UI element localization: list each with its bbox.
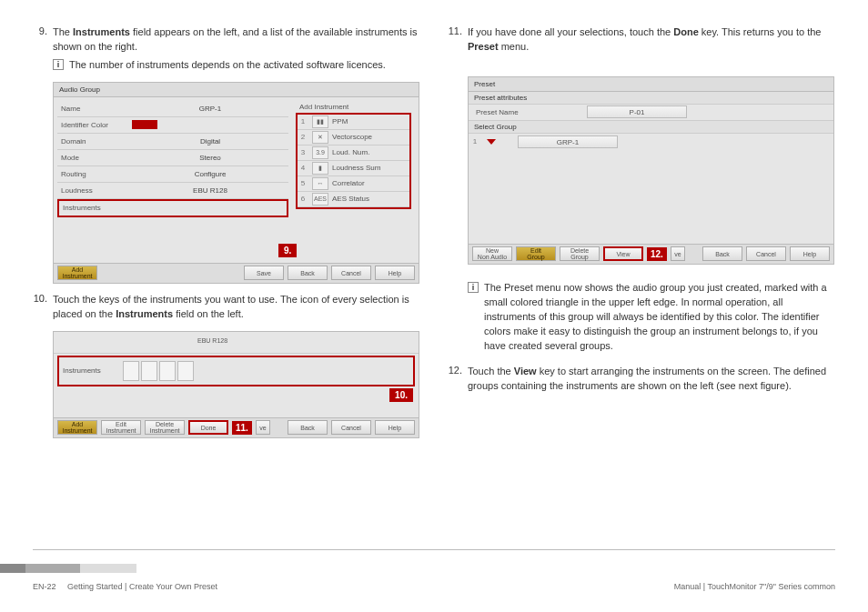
panel-subtitle: Preset attributes — [469, 92, 833, 105]
step-number: 12. — [448, 365, 468, 394]
step-11: 11. If you have done all your selections… — [448, 25, 835, 55]
back-button[interactable]: Back — [288, 266, 328, 280]
step-text: The Instruments field appears on the lef… — [53, 25, 420, 55]
instrument-item[interactable]: 1▮▮PPM — [298, 115, 409, 130]
note-12: i The Preset menu now shows the audio gr… — [468, 281, 835, 354]
step-number: 10. — [33, 293, 53, 322]
cancel-button[interactable]: Cancel — [331, 266, 371, 280]
partial-button[interactable]: ve — [671, 246, 685, 261]
note-text: The number of instruments depends on the… — [69, 58, 420, 73]
manual-title: Manual | TouchMonitor 7"/9" Series commo… — [674, 582, 835, 591]
step-text: Touch the keys of the instruments you wa… — [53, 293, 420, 322]
step-number: 11. — [448, 25, 468, 55]
page-footer: EN-22 Getting Started | Create Your Own … — [33, 582, 835, 591]
button-row: Add Instrument Save Back Cancel Help — [54, 263, 419, 283]
help-button[interactable]: Help — [790, 246, 830, 261]
button-row: Add Instrument Edit Instrument Delete In… — [54, 417, 419, 437]
back-button[interactable]: Back — [288, 420, 328, 435]
help-button[interactable]: Help — [375, 420, 415, 435]
add-instrument-button[interactable]: Add Instrument — [57, 420, 97, 435]
callout-10: 10. — [389, 388, 413, 402]
view-button[interactable]: View — [603, 246, 643, 261]
callout-11: 11. — [232, 421, 252, 435]
step-number: 9. — [33, 25, 53, 55]
save-button[interactable]: Save — [244, 266, 284, 280]
mini-icon — [141, 361, 157, 381]
delete-group-button[interactable]: Delete Group — [560, 246, 600, 261]
audio-group-fields: NameGRP-1 Identifier Color DomainDigital… — [54, 97, 292, 261]
note-text: The Preset menu now shows the audio grou… — [484, 281, 835, 354]
instrument-item[interactable]: 5↔Correlator — [298, 176, 409, 192]
loudsum-icon: ▮ — [312, 162, 328, 175]
back-button[interactable]: Back — [702, 246, 742, 261]
instrument-item[interactable]: 2✕Vectorscope — [298, 130, 409, 145]
edit-group-button[interactable]: Edit Group — [516, 246, 556, 261]
step-text: Touch the View key to start arranging th… — [468, 365, 835, 394]
left-column: 9. The Instruments field appears on the … — [33, 25, 420, 447]
note-9: i The number of instruments depends on t… — [53, 58, 420, 73]
instrument-item[interactable]: 4▮Loudness Sum — [298, 161, 409, 176]
page-number: EN-22 — [33, 582, 56, 591]
info-icon: i — [53, 59, 64, 70]
help-button[interactable]: Help — [375, 266, 415, 280]
footer-divider — [33, 549, 835, 550]
step-10: 10. Touch the keys of the instruments yo… — [33, 293, 420, 322]
figure-instruments-selected: EBU R128 Instruments 10. Add Instrument … — [53, 331, 419, 438]
panel-title: Preset — [469, 77, 833, 92]
instruments-row[interactable]: Instruments — [57, 356, 415, 386]
panel-title: Audio Group — [54, 83, 419, 97]
correlator-icon: ↔ — [312, 177, 328, 190]
mini-icon — [123, 361, 139, 381]
group-row[interactable]: 1 GRP-1 — [469, 134, 833, 150]
instrument-item[interactable]: 6AESAES Status — [298, 192, 409, 207]
add-instrument-button[interactable]: Add Instrument — [57, 266, 97, 280]
callout-9: 9. — [278, 244, 297, 257]
figure-preset: Preset Preset attributes Preset Name P-0… — [468, 76, 834, 265]
add-instrument-panel: Add Instrument 1▮▮PPM 2✕Vectorscope 33.9… — [292, 97, 415, 261]
loudnum-icon: 3.9 — [312, 146, 328, 159]
done-button[interactable]: Done — [188, 420, 228, 435]
instrument-list: 1▮▮PPM 2✕Vectorscope 33.9Loud. Num. 4▮Lo… — [296, 113, 411, 209]
aes-icon: AES — [312, 193, 328, 206]
delete-instrument-button[interactable]: Delete Instrument — [145, 420, 185, 435]
cancel-button[interactable]: Cancel — [746, 246, 786, 261]
callout-12: 12. — [647, 247, 667, 261]
triangle-icon — [487, 139, 496, 145]
cancel-button[interactable]: Cancel — [331, 420, 371, 435]
step-9: 9. The Instruments field appears on the … — [33, 25, 420, 55]
mini-icon — [159, 361, 176, 381]
step-text: If you have done all your selections, to… — [468, 25, 835, 55]
ppm-icon: ▮▮ — [312, 115, 328, 128]
partial-button[interactable]: ve — [256, 420, 270, 435]
progress-bar — [0, 564, 136, 573]
new-nonaudio-button[interactable]: New Non Audio — [472, 246, 512, 261]
figure-audio-group: Audio Group NameGRP-1 Identifier Color D… — [53, 82, 419, 284]
info-icon: i — [468, 282, 479, 293]
instruments-field[interactable]: Instruments — [57, 199, 288, 217]
preset-name-value[interactable]: P-01 — [587, 105, 687, 118]
step-12: 12. Touch the View key to start arrangin… — [448, 365, 835, 394]
vectorscope-icon: ✕ — [312, 131, 328, 144]
breadcrumb: Getting Started | Create Your Own Preset — [67, 582, 217, 591]
identifier-color-chip — [132, 120, 157, 129]
mini-icon — [177, 361, 194, 381]
edit-instrument-button[interactable]: Edit Instrument — [101, 420, 141, 435]
right-column: 11. If you have done all your selections… — [448, 25, 835, 447]
instrument-item[interactable]: 33.9Loud. Num. — [298, 145, 409, 161]
button-row: New Non Audio Edit Group Delete Group Vi… — [469, 244, 833, 264]
